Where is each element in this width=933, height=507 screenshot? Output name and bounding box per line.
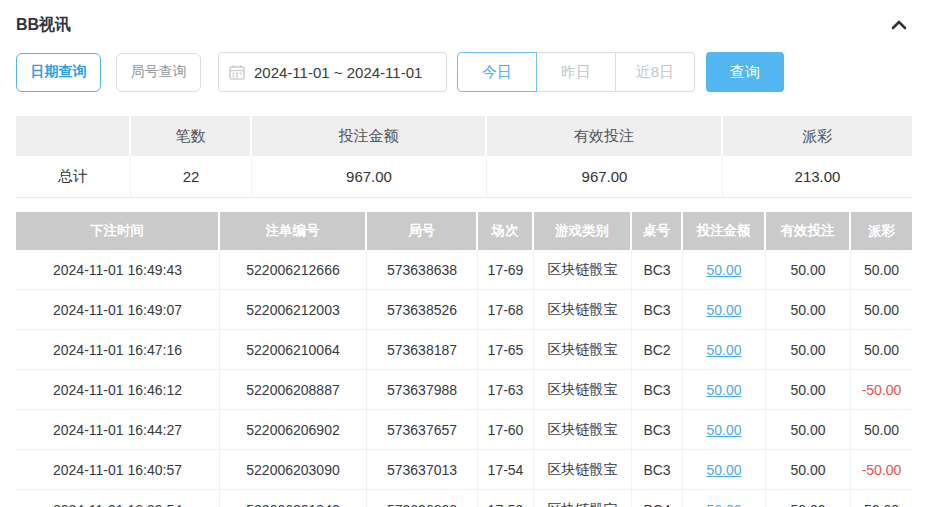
table-cell: 17-54	[478, 450, 534, 490]
bet-amount-link[interactable]: 50.00	[706, 262, 741, 278]
summary-total-row: 总计 22 967.00 967.00 213.00	[16, 156, 912, 198]
calendar-icon	[229, 64, 245, 80]
table-cell: BC3	[632, 370, 683, 410]
date-query-tab[interactable]: 日期查询	[16, 53, 101, 92]
table-cell: BC3	[632, 290, 683, 330]
table-cell: 区块链骰宝	[534, 290, 632, 330]
table-cell: 522006208887	[220, 370, 367, 410]
table-cell: 50.00	[851, 410, 912, 450]
date-range-input[interactable]: 2024-11-01 ~ 2024-11-01	[218, 52, 447, 92]
table-cell: 17-65	[478, 330, 534, 370]
col-table-number: 桌号	[632, 212, 683, 250]
table-row: 2024-11-01 16:40:57522006203090573637013…	[16, 450, 912, 490]
summary-col-payout: 派彩	[723, 116, 912, 156]
table-cell: 区块链骰宝	[534, 490, 632, 507]
table-cell: 50.00	[766, 290, 851, 330]
table-row: 2024-11-01 16:46:12522006208887573637988…	[16, 370, 912, 410]
col-bet-time: 下注时间	[16, 212, 220, 250]
table-cell: 573638638	[367, 250, 478, 290]
page-title: BB视讯	[16, 15, 71, 36]
summary-total-label: 总计	[16, 156, 131, 198]
bet-amount-cell: 50.00	[683, 490, 766, 507]
bet-amount-cell: 50.00	[683, 290, 766, 330]
table-cell: 522006206902	[220, 410, 367, 450]
table-cell: 522006203090	[220, 450, 367, 490]
bet-amount-link[interactable]: 50.00	[706, 302, 741, 318]
quick-filter-today[interactable]: 今日	[457, 52, 537, 92]
col-bet-amount: 投注金额	[683, 212, 766, 250]
bb-video-panel: BB视讯 日期查询 局号查询	[0, 0, 933, 507]
table-cell: 区块链骰宝	[534, 330, 632, 370]
table-cell: 17-69	[478, 250, 534, 290]
col-session: 场次	[478, 212, 534, 250]
table-cell: 50.00	[766, 410, 851, 450]
table-row: 2024-11-01 16:39:54522006201940573636820…	[16, 490, 912, 507]
table-cell: BC3	[632, 410, 683, 450]
collapse-button[interactable]	[891, 16, 907, 34]
table-cell: BC4	[632, 490, 683, 507]
bet-amount-link[interactable]: 50.00	[706, 382, 741, 398]
bet-amount-cell: 50.00	[683, 250, 766, 290]
table-cell: 区块链骰宝	[534, 370, 632, 410]
table-row: 2024-11-01 16:47:16522006210064573638187…	[16, 330, 912, 370]
bet-table-body: 2024-11-01 16:49:43522006212666573638638…	[16, 250, 912, 507]
round-query-tab[interactable]: 局号查询	[116, 53, 201, 92]
table-cell: 2024-11-01 16:44:27	[16, 410, 220, 450]
search-button[interactable]: 查询	[706, 52, 784, 92]
table-cell: 522006212666	[220, 250, 367, 290]
summary-col-bet-amount: 投注金额	[252, 116, 487, 156]
table-cell: 区块链骰宝	[534, 250, 632, 290]
table-cell: 50.00	[851, 330, 912, 370]
table-cell: 573637988	[367, 370, 478, 410]
table-cell: 50.00	[766, 490, 851, 507]
table-cell: 50.00	[851, 250, 912, 290]
table-cell: 573638526	[367, 290, 478, 330]
table-cell: 50.00	[766, 450, 851, 490]
table-cell: 17-60	[478, 410, 534, 450]
bet-amount-cell: 50.00	[683, 330, 766, 370]
bet-amount-link[interactable]: 50.00	[706, 462, 741, 478]
summary-table: 笔数 投注金额 有效投注 派彩 总计 22 967.00 967.00 213.…	[16, 116, 912, 198]
table-row: 2024-11-01 16:49:07522006212003573638526…	[16, 290, 912, 330]
panel-header: BB视讯	[0, 0, 933, 38]
col-order-number: 注单编号	[220, 212, 367, 250]
bet-amount-link[interactable]: 50.00	[706, 502, 741, 507]
bet-amount-link[interactable]: 50.00	[706, 422, 741, 438]
table-cell: 50.00	[851, 490, 912, 507]
table-cell: 17-53	[478, 490, 534, 507]
table-cell: BC2	[632, 330, 683, 370]
table-cell: 区块链骰宝	[534, 450, 632, 490]
col-round-number: 局号	[367, 212, 478, 250]
table-cell: 573638187	[367, 330, 478, 370]
quick-filter-group: 今日 昨日 近8日	[457, 52, 695, 92]
col-valid-bet: 有效投注	[766, 212, 851, 250]
chevron-up-icon	[891, 16, 907, 34]
table-cell: 50.00	[766, 250, 851, 290]
table-cell: 522006210064	[220, 330, 367, 370]
table-cell: 522006201940	[220, 490, 367, 507]
bet-amount-cell: 50.00	[683, 410, 766, 450]
summary-total-count: 22	[131, 156, 252, 198]
summary-col-empty	[16, 116, 131, 156]
table-cell: 50.00	[766, 330, 851, 370]
date-range-value: 2024-11-01 ~ 2024-11-01	[254, 64, 422, 81]
summary-col-count: 笔数	[131, 116, 252, 156]
table-cell: 50.00	[766, 370, 851, 410]
quick-filter-yesterday[interactable]: 昨日	[536, 52, 616, 92]
table-cell: 50.00	[851, 290, 912, 330]
summary-header-row: 笔数 投注金额 有效投注 派彩	[16, 116, 912, 156]
table-cell: 522006212003	[220, 290, 367, 330]
table-cell: BC3	[632, 450, 683, 490]
table-cell: 17-68	[478, 290, 534, 330]
summary-total-bet-amount: 967.00	[252, 156, 487, 198]
table-cell: 2024-11-01 16:39:54	[16, 490, 220, 507]
col-payout: 派彩	[851, 212, 912, 250]
table-cell: -50.00	[851, 370, 912, 410]
bet-amount-cell: 50.00	[683, 450, 766, 490]
summary-total-payout: 213.00	[723, 156, 912, 198]
summary-total-valid-bet: 967.00	[487, 156, 723, 198]
table-cell: 573636820	[367, 490, 478, 507]
bet-amount-link[interactable]: 50.00	[706, 342, 741, 358]
quick-filter-last8days[interactable]: 近8日	[615, 52, 695, 92]
summary-col-valid-bet: 有效投注	[487, 116, 723, 156]
